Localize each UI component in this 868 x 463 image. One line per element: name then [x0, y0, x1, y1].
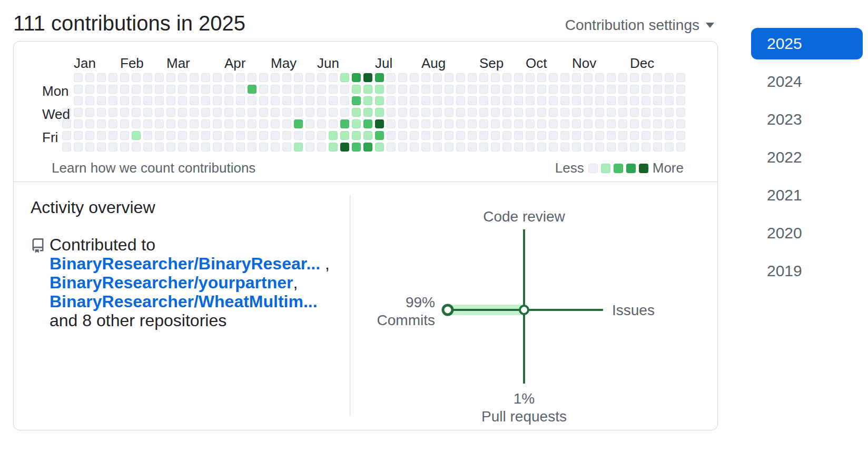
contribution-cell[interactable] [560, 96, 569, 105]
contribution-cell[interactable] [421, 73, 430, 82]
contribution-cell[interactable] [282, 108, 291, 117]
contribution-cell[interactable] [213, 143, 222, 152]
contribution-cell[interactable] [607, 131, 616, 140]
contribution-cell[interactable] [143, 119, 152, 128]
contribution-cell[interactable] [317, 96, 326, 105]
contribution-cell[interactable] [595, 96, 604, 105]
contribution-cell[interactable] [97, 96, 106, 105]
learn-contributions-link[interactable]: Learn how we count contributions [52, 160, 255, 176]
contribution-cell[interactable] [410, 119, 419, 128]
contribution-cell[interactable] [433, 119, 442, 128]
contribution-cell[interactable] [201, 108, 210, 117]
contribution-cell[interactable] [190, 131, 199, 140]
contribution-cell[interactable] [398, 119, 407, 128]
contribution-cell[interactable] [85, 73, 94, 82]
contribution-cell[interactable] [456, 108, 465, 117]
contribution-cell[interactable] [363, 85, 372, 94]
contribution-cell[interactable] [224, 119, 233, 128]
contribution-cell[interactable] [236, 96, 245, 105]
contribution-cell[interactable] [410, 73, 419, 82]
contribution-cell[interactable] [456, 131, 465, 140]
contribution-cell[interactable] [74, 85, 83, 94]
contribution-cell[interactable] [560, 108, 569, 117]
contribution-cell[interactable] [618, 131, 627, 140]
contribution-cell[interactable] [190, 143, 199, 152]
contribution-cell[interactable] [236, 131, 245, 140]
contribution-cell[interactable] [456, 96, 465, 105]
contribution-cell[interactable] [560, 131, 569, 140]
contribution-cell[interactable] [410, 131, 419, 140]
contribution-cell[interactable] [85, 143, 94, 152]
contribution-cell[interactable] [537, 143, 546, 152]
contribution-cell[interactable] [259, 143, 268, 152]
contribution-cell[interactable] [282, 131, 291, 140]
contribution-cell[interactable] [143, 73, 152, 82]
contribution-cell[interactable] [132, 108, 141, 117]
contribution-cell[interactable] [618, 96, 627, 105]
contribution-cell[interactable] [85, 108, 94, 117]
contribution-cell[interactable] [676, 73, 685, 82]
contribution-cell[interactable] [340, 108, 349, 117]
contribution-cell[interactable] [85, 119, 94, 128]
contribution-cell[interactable] [329, 131, 338, 140]
contribution-cell[interactable] [584, 96, 593, 105]
contribution-cell[interactable] [526, 96, 535, 105]
contribution-cell[interactable] [572, 108, 581, 117]
contribution-cell[interactable] [190, 119, 199, 128]
contribution-cell[interactable] [607, 85, 616, 94]
contribution-cell[interactable] [479, 131, 488, 140]
contribution-cell[interactable] [178, 119, 187, 128]
contribution-cell[interactable] [514, 108, 523, 117]
contribution-cell[interactable] [595, 131, 604, 140]
repo-link-1[interactable]: BinaryResearcher/BinaryResear... [50, 254, 320, 273]
contribution-cell[interactable] [618, 119, 627, 128]
contribution-cell[interactable] [120, 108, 129, 117]
contribution-cell[interactable] [607, 96, 616, 105]
contribution-cell[interactable] [85, 96, 94, 105]
contribution-cell[interactable] [340, 96, 349, 105]
contribution-cell[interactable] [271, 108, 280, 117]
repo-link-2[interactable]: BinaryResearcher/yourpartner [50, 273, 293, 292]
contribution-cell[interactable] [676, 96, 685, 105]
contribution-cell[interactable] [491, 119, 500, 128]
contribution-cell[interactable] [317, 85, 326, 94]
contribution-cell[interactable] [387, 85, 396, 94]
contribution-cell[interactable] [398, 131, 407, 140]
contribution-cell[interactable] [433, 73, 442, 82]
contribution-cell[interactable] [468, 108, 477, 117]
contribution-cell[interactable] [665, 143, 674, 152]
contribution-cell[interactable] [108, 119, 117, 128]
contribution-cell[interactable] [85, 131, 94, 140]
contribution-cell[interactable] [491, 143, 500, 152]
contribution-cell[interactable] [549, 119, 558, 128]
contribution-cell[interactable] [387, 96, 396, 105]
contribution-cell[interactable] [630, 143, 639, 152]
contribution-cell[interactable] [120, 85, 129, 94]
contribution-cell[interactable] [526, 108, 535, 117]
contribution-cell[interactable] [259, 73, 268, 82]
contribution-cell[interactable] [387, 143, 396, 152]
contribution-cell[interactable] [421, 131, 430, 140]
contribution-cell[interactable] [410, 96, 419, 105]
contribution-cell[interactable] [363, 131, 372, 140]
contribution-cell[interactable] [166, 131, 175, 140]
contribution-cell[interactable] [201, 143, 210, 152]
contribution-cell[interactable] [74, 73, 83, 82]
contribution-cell[interactable] [329, 85, 338, 94]
contribution-cell[interactable] [653, 73, 662, 82]
contribution-cell[interactable] [676, 85, 685, 94]
contribution-cell[interactable] [305, 143, 314, 152]
contribution-cell[interactable] [213, 73, 222, 82]
contribution-cell[interactable] [433, 131, 442, 140]
contribution-cell[interactable] [190, 108, 199, 117]
contribution-cell[interactable] [584, 119, 593, 128]
contribution-cell[interactable] [352, 119, 361, 128]
contribution-cell[interactable] [294, 131, 303, 140]
contribution-cell[interactable] [224, 108, 233, 117]
contribution-cell[interactable] [97, 143, 106, 152]
contribution-cell[interactable] [248, 119, 257, 128]
contribution-cell[interactable] [607, 143, 616, 152]
contribution-cell[interactable] [166, 96, 175, 105]
contribution-cell[interactable] [108, 108, 117, 117]
contribution-cell[interactable] [317, 119, 326, 128]
